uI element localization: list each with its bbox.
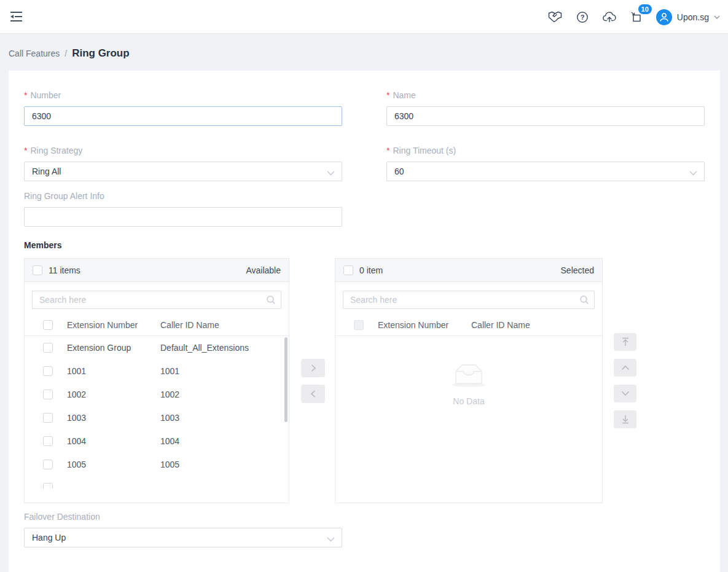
- available-title: Available: [246, 265, 281, 275]
- handshake-icon[interactable]: [548, 10, 563, 25]
- selected-search: [343, 291, 595, 309]
- row-checkbox[interactable]: [43, 483, 53, 488]
- column-caller-id-name: Caller ID Name: [471, 320, 530, 330]
- row-caller-id: Default_All_Extensions: [160, 343, 249, 353]
- select-all-available-checkbox[interactable]: [33, 265, 42, 275]
- row-checkbox[interactable]: [43, 366, 53, 376]
- table-row-partial[interactable]: [25, 476, 289, 488]
- ring-group-form-card: *Number *Name *Ring Strategy Ring All *R…: [9, 71, 720, 572]
- empty-state: No Data: [335, 336, 602, 406]
- table-row[interactable]: 1001 1001: [25, 359, 289, 383]
- header-checkbox-disabled: [354, 320, 364, 330]
- available-table-header: Extension Number Caller ID Name: [25, 314, 289, 336]
- required-asterisk: *: [386, 146, 389, 155]
- number-input[interactable]: [24, 106, 342, 126]
- row-checkbox[interactable]: [43, 460, 53, 469]
- number-field: *Number: [24, 90, 342, 126]
- chevron-down-icon: [327, 534, 335, 544]
- help-icon[interactable]: ?: [575, 10, 590, 25]
- row-extension: Extension Group: [67, 343, 160, 353]
- ring-timeout-select[interactable]: 60: [386, 162, 705, 181]
- ring-timeout-value: 60: [394, 167, 404, 176]
- table-row[interactable]: 1002 1002: [25, 383, 289, 406]
- selected-title: Selected: [561, 265, 594, 275]
- table-row[interactable]: 1003 1003: [25, 406, 289, 429]
- row-caller-id: 1005: [160, 460, 179, 469]
- members-section-title: Members: [24, 240, 61, 250]
- row-checkbox[interactable]: [43, 436, 53, 446]
- breadcrumb-parent[interactable]: Call Features: [9, 49, 60, 58]
- page-title: Ring Group: [72, 47, 129, 60]
- topbar: ? 10 Upon.sg: [0, 0, 728, 34]
- column-caller-id-name: Caller ID Name: [160, 320, 219, 330]
- avatar: [656, 9, 672, 25]
- move-to-selected-button[interactable]: [301, 359, 325, 377]
- row-caller-id: 1003: [160, 413, 179, 423]
- name-input[interactable]: [386, 106, 705, 126]
- chevron-down-icon: [689, 168, 697, 178]
- column-extension-number: Extension Number: [378, 320, 471, 330]
- svg-text:?: ?: [580, 14, 584, 21]
- empty-tray-icon: [448, 362, 489, 390]
- alert-info-field: Ring Group Alert Info: [24, 191, 342, 227]
- required-asterisk: *: [24, 90, 27, 100]
- ring-strategy-value: Ring All: [32, 167, 61, 176]
- user-name: Upon.sg: [677, 12, 709, 22]
- upload-icon[interactable]: [602, 10, 617, 25]
- required-asterisk: *: [24, 146, 27, 155]
- row-extension: 1001: [67, 366, 160, 376]
- name-label: *Name: [386, 90, 705, 100]
- selected-panel-header: 0 item Selected: [335, 259, 602, 282]
- row-caller-id: 1004: [160, 436, 179, 446]
- move-up-button[interactable]: [614, 359, 636, 377]
- move-down-button[interactable]: [614, 385, 636, 402]
- table-row[interactable]: 1004 1004: [25, 429, 289, 453]
- number-label: *Number: [24, 90, 342, 100]
- ring-strategy-field: *Ring Strategy Ring All: [24, 146, 342, 181]
- failover-destination-field: Failover Destination Hang Up: [24, 512, 342, 547]
- name-field: *Name: [386, 90, 705, 126]
- available-search-input[interactable]: [32, 291, 281, 309]
- row-caller-id: 1001: [160, 366, 179, 376]
- search-icon: [266, 295, 276, 307]
- move-to-top-button[interactable]: [614, 333, 636, 351]
- ring-timeout-label: *Ring Timeout (s): [386, 146, 705, 155]
- collapse-menu-icon[interactable]: [9, 9, 23, 24]
- row-extension: 1005: [67, 460, 160, 469]
- ring-timeout-field: *Ring Timeout (s) 60: [386, 146, 705, 181]
- empty-text: No Data: [453, 396, 484, 406]
- available-search: [32, 291, 281, 309]
- row-checkbox[interactable]: [43, 343, 53, 353]
- selected-table-header: Extension Number Caller ID Name: [335, 314, 602, 336]
- failover-destination-select[interactable]: Hang Up: [24, 528, 342, 547]
- ring-strategy-select[interactable]: Ring All: [24, 162, 342, 181]
- selected-panel: 0 item Selected Extension Number Caller …: [335, 258, 603, 503]
- row-checkbox[interactable]: [43, 390, 53, 399]
- column-extension-number: Extension Number: [67, 320, 160, 330]
- breadcrumb: Call Features / Ring Group: [9, 47, 130, 60]
- table-row[interactable]: Extension Group Default_All_Extensions: [25, 336, 289, 359]
- search-icon: [579, 295, 589, 307]
- available-count: 11 items: [49, 265, 80, 275]
- row-checkbox[interactable]: [43, 413, 53, 423]
- row-caller-id: 1002: [160, 390, 179, 399]
- breadcrumb-separator: /: [65, 49, 67, 58]
- select-all-selected-checkbox[interactable]: [343, 265, 353, 275]
- user-menu[interactable]: Upon.sg: [656, 9, 720, 25]
- topbar-actions: ? 10 Upon.sg: [548, 0, 720, 34]
- row-extension: 1004: [67, 436, 160, 446]
- scrollbar-thumb[interactable]: [284, 337, 288, 422]
- alert-info-input[interactable]: [24, 207, 342, 227]
- table-row[interactable]: 1005 1005: [25, 453, 289, 476]
- available-panel: 11 items Available Extension Number Call…: [24, 258, 289, 503]
- ring-strategy-label: *Ring Strategy: [24, 146, 342, 155]
- selected-search-input[interactable]: [343, 291, 595, 309]
- available-panel-header: 11 items Available: [25, 259, 289, 282]
- move-to-available-button[interactable]: [301, 385, 325, 403]
- chevron-down-icon: [714, 15, 720, 19]
- selected-count: 0 item: [359, 265, 383, 275]
- notification-icon[interactable]: 10: [629, 10, 644, 25]
- notification-badge: 10: [638, 4, 652, 14]
- header-checkbox[interactable]: [43, 320, 53, 330]
- move-to-bottom-button[interactable]: [614, 410, 636, 428]
